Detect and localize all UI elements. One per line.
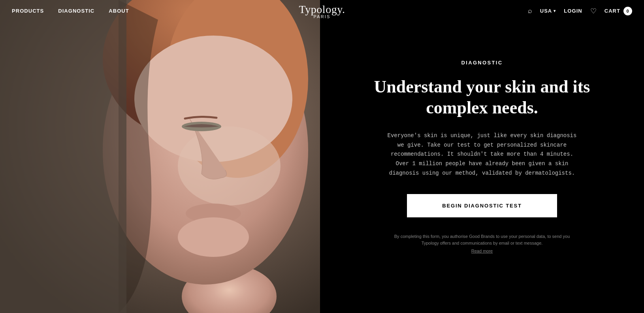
cart-button[interactable]: CART 0 <box>604 7 632 15</box>
description-text: Everyone's skin is unique, just like eve… <box>387 131 577 178</box>
read-more-link[interactable]: Read more <box>471 249 493 253</box>
nav-left: PRODUCTS DIAGNOSTIC ABOUT <box>12 8 129 14</box>
heart-icon[interactable]: ♡ <box>590 7 597 15</box>
svg-point-6 <box>178 126 281 206</box>
nav-right: ⌕ USA ▾ LOGIN ♡ CART 0 <box>528 7 632 15</box>
chevron-down-icon: ▾ <box>554 9 556 13</box>
main-heading: Understand your skin and its complex nee… <box>367 77 597 119</box>
content-panel: DIAGNOSTIC Understand your skin and its … <box>320 0 644 313</box>
svg-point-8 <box>178 217 249 257</box>
nav-diagnostic[interactable]: DIAGNOSTIC <box>58 8 94 14</box>
face-svg <box>0 0 320 313</box>
locale-selector[interactable]: USA ▾ <box>540 8 556 14</box>
search-icon[interactable]: ⌕ <box>528 7 532 15</box>
section-label: DIAGNOSTIC <box>461 60 503 66</box>
page-layout: DIAGNOSTIC Understand your skin and its … <box>0 0 644 313</box>
svg-rect-10 <box>0 0 126 313</box>
locale-label: USA <box>540 8 552 14</box>
face-photo <box>0 0 320 313</box>
cta-button[interactable]: BEGIN DIAGNOSTIC TEST <box>407 194 557 217</box>
nav-products[interactable]: PRODUCTS <box>12 8 44 14</box>
cart-count: 0 <box>623 7 632 15</box>
brand-name: Typology. <box>299 3 345 15</box>
nav-about[interactable]: ABOUT <box>109 8 129 14</box>
nav-brand: Typology. PARIS <box>299 3 345 19</box>
login-link[interactable]: LOGIN <box>564 8 582 14</box>
navbar: PRODUCTS DIAGNOSTIC ABOUT Typology. PARI… <box>0 0 644 22</box>
hero-image-panel <box>0 0 320 313</box>
disclaimer-text: By completing this form, you authorise G… <box>391 233 573 247</box>
cart-label: CART <box>604 8 620 14</box>
